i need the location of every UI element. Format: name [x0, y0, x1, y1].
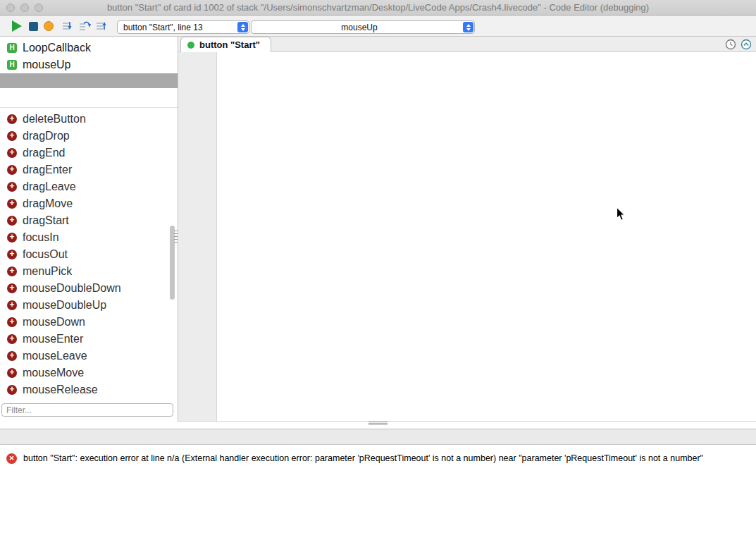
event-label: mouseRelease — [23, 384, 98, 396]
handler-icon: H — [7, 43, 17, 53]
handler-sidebar: HLoopCallbackHmouseUp +deleteButton+drag… — [0, 37, 178, 422]
event-label: dragEnd — [23, 147, 66, 159]
run-button[interactable] — [10, 16, 24, 37]
handler-label: LoopCallback — [23, 42, 91, 54]
event-list-item[interactable]: +menuPick — [0, 263, 178, 280]
handler-list-item[interactable]: HLoopCallback — [0, 39, 178, 56]
event-list-item[interactable]: +dragMove — [0, 195, 178, 212]
add-handler-icon: + — [7, 148, 17, 158]
add-handler-icon: + — [7, 216, 17, 226]
pause-button[interactable] — [42, 16, 55, 37]
handler-label: mouseUp — [23, 59, 70, 71]
event-label: focusIn — [23, 231, 59, 244]
event-list-item[interactable]: +deleteButton — [0, 111, 178, 128]
event-list-item[interactable]: +focusIn — [0, 229, 178, 246]
handler-list: HLoopCallbackHmouseUp — [0, 37, 178, 104]
minimize-button[interactable] — [20, 4, 29, 12]
add-handler-icon: + — [7, 266, 17, 276]
handler-combo[interactable]: mouseUp — [251, 20, 475, 34]
history-clock-icon[interactable] — [725, 39, 736, 50]
stop-button[interactable] — [27, 16, 39, 37]
close-button[interactable] — [6, 4, 15, 12]
stepper-icon[interactable] — [463, 22, 473, 32]
step-out-button[interactable] — [94, 16, 109, 37]
add-handler-icon: + — [7, 199, 17, 209]
event-label: dragDrop — [23, 130, 70, 142]
script-status-icon — [187, 42, 194, 49]
event-list-item[interactable]: +mouseLeave — [0, 348, 178, 364]
titlebar: button "Start" of card id 1002 of stack … — [0, 0, 756, 16]
play-icon — [12, 20, 22, 32]
sidebar-splitter-handle[interactable] — [174, 231, 178, 243]
bottom-tabs — [0, 429, 756, 445]
event-list-item[interactable]: +mouseStillDown — [0, 398, 178, 402]
event-list-item[interactable]: +mouseEnter — [0, 331, 178, 348]
event-list-item[interactable]: +mouseDoubleUp — [0, 297, 178, 314]
event-list-item[interactable]: +dragStart — [0, 212, 178, 229]
event-label: dragStart — [23, 214, 69, 227]
handler-list-selected-row[interactable] — [0, 73, 178, 88]
error-icon: ✕ — [6, 453, 17, 464]
error-row[interactable]: ✕ button "Start": execution error at lin… — [0, 450, 756, 467]
step-over-button[interactable] — [78, 16, 92, 37]
code-area[interactable] — [178, 52, 756, 421]
event-label: dragEnter — [23, 164, 72, 176]
stepper-icon[interactable] — [237, 22, 248, 32]
script-editor: button "Start" — [178, 37, 756, 422]
script-context-combo[interactable]: button "Start", line 13 — [117, 20, 249, 34]
window-title: button "Start" of card id 1002 of stack … — [42, 0, 714, 15]
add-handler-icon: + — [7, 165, 17, 175]
event-label: dragMove — [23, 197, 73, 210]
add-handler-icon: + — [7, 300, 17, 310]
event-label: mouseDown — [23, 316, 85, 329]
handler-icon: H — [7, 60, 17, 70]
event-label: mouseMove — [23, 367, 84, 379]
event-label: mouseDoubleDown — [23, 282, 121, 295]
script-context-value: button "Start", line 13 — [118, 23, 249, 32]
script-tab-label: button "Start" — [199, 39, 260, 50]
error-message: button "Start": execution error at line … — [23, 453, 703, 463]
event-label: mouseLeave — [23, 350, 87, 362]
add-handler-icon: + — [7, 368, 17, 378]
add-handler-icon: + — [7, 182, 17, 192]
event-list-item[interactable]: +mouseDown — [0, 314, 178, 331]
gutter-background — [178, 52, 217, 421]
collapse-chevron-up-icon[interactable] — [740, 39, 752, 50]
stop-icon — [29, 22, 38, 31]
event-label: focusOut — [23, 248, 68, 261]
add-handler-icon: + — [7, 131, 17, 141]
step-into-button[interactable] — [61, 16, 75, 37]
event-label: deleteButton — [23, 113, 86, 125]
bottom-pane-splitter-handle[interactable] — [368, 422, 388, 425]
add-handler-icon: + — [7, 317, 17, 327]
event-list-item[interactable]: +mouseDoubleDown — [0, 280, 178, 297]
event-label: mouseDoubleUp — [23, 299, 106, 312]
event-list-item[interactable]: +dragEnd — [0, 145, 178, 161]
script-tab[interactable]: button "Start" — [180, 37, 271, 52]
add-handler-icon: + — [7, 114, 17, 124]
event-list-item[interactable]: +dragLeave — [0, 178, 178, 195]
debug-toolbar: button "Start", line 13 mouseUp — [0, 16, 756, 37]
event-label: dragLeave — [23, 180, 76, 193]
event-label: menuPick — [23, 265, 72, 278]
step-over-icon — [78, 20, 91, 32]
add-handler-icon: + — [7, 250, 17, 259]
event-list-item[interactable]: +dragDrop — [0, 128, 178, 145]
filter-input[interactable] — [1, 403, 173, 417]
event-label: mouseStillDown — [23, 400, 104, 402]
step-into-icon — [61, 20, 74, 32]
add-handler-icon: + — [7, 283, 17, 293]
add-handler-icon: + — [7, 385, 17, 395]
event-list-item[interactable]: +mouseRelease — [0, 381, 178, 398]
traffic-lights — [6, 4, 43, 12]
event-list-item[interactable]: +dragEnter — [0, 161, 178, 178]
handler-list-item[interactable]: HmouseUp — [0, 56, 178, 73]
event-label: mouseEnter — [23, 333, 83, 345]
event-list: +deleteButton+dragDrop+dragEnd+dragEnter… — [0, 107, 178, 402]
event-list-item[interactable]: +mouseMove — [0, 364, 178, 381]
add-handler-icon: + — [7, 233, 17, 243]
event-list-item[interactable]: +focusOut — [0, 246, 178, 263]
editor-tabbar: button "Start" — [178, 37, 756, 52]
code-editor-window: button "Start" of card id 1002 of stack … — [0, 0, 756, 533]
step-out-icon — [95, 20, 108, 32]
